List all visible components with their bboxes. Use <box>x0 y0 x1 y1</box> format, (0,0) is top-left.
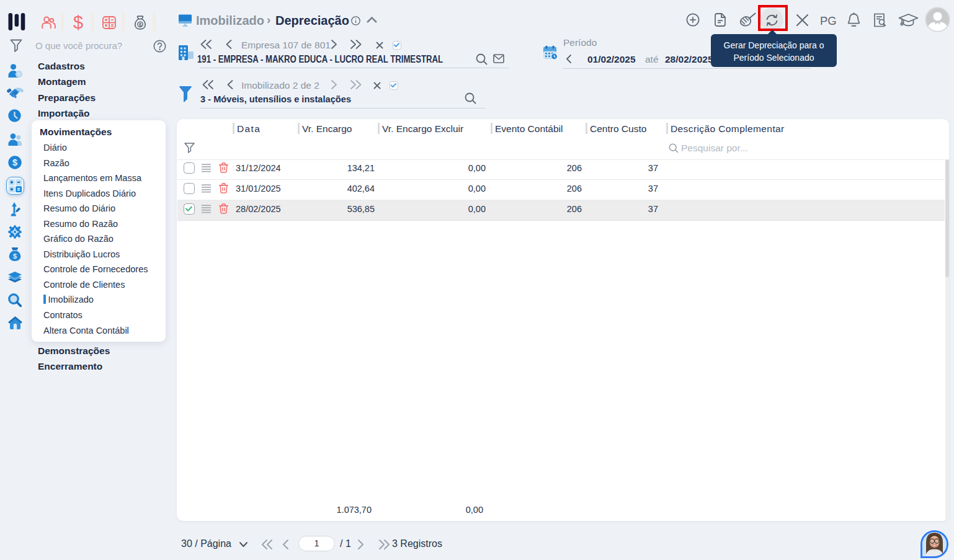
svg-text:$: $ <box>139 22 142 28</box>
svg-text:$: $ <box>13 252 17 260</box>
svg-text:$: $ <box>12 158 17 167</box>
